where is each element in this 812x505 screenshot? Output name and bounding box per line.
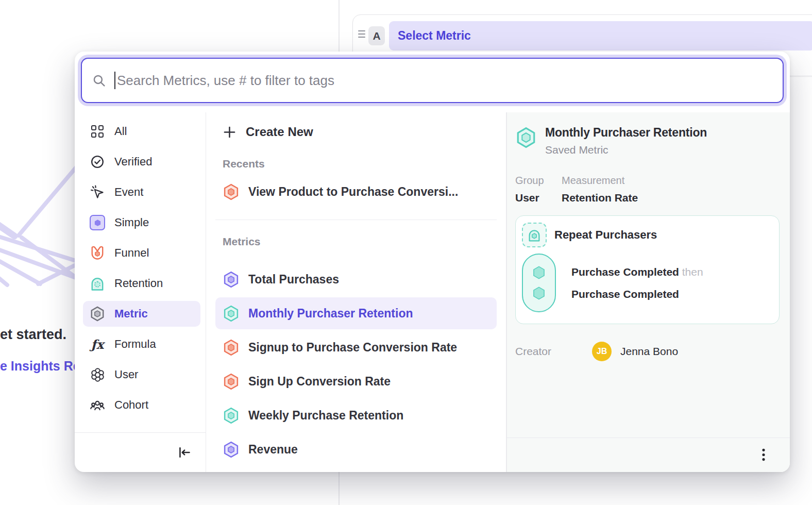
detail-footer (507, 437, 790, 472)
metric-hexagon-icon-purple (223, 441, 240, 458)
sidebar-item-verified[interactable]: Verified (83, 149, 200, 175)
metric-row[interactable]: Signup to Purchase Conversion Rate (215, 331, 497, 363)
metric-label: Signup to Purchase Conversion Rate (248, 341, 457, 355)
recents-section-label: Recents (215, 158, 497, 170)
sidebar-item-user[interactable]: User (83, 362, 200, 388)
retention-dashed-icon (522, 223, 547, 247)
sidebar-item-label: Metric (114, 307, 148, 321)
funnel-icon (89, 245, 106, 261)
sidebar-item-all[interactable]: All (83, 119, 200, 144)
step-connector: then (679, 266, 703, 278)
event-hexagon-icon (532, 286, 546, 300)
recent-item[interactable]: View Product to Purchase Conversi... (215, 177, 497, 206)
create-new-button[interactable]: Create New (215, 122, 497, 142)
verified-badge-icon (89, 154, 106, 170)
grid-icon (89, 123, 106, 140)
sidebar-item-simple[interactable]: Simple (83, 210, 200, 235)
metric-row-selected[interactable]: Monthly Purchaser Retention (215, 297, 497, 329)
sidebar-item-event[interactable]: Event (83, 179, 200, 205)
retention-definition-card: Repeat Purchasers Purchase Completed the (515, 215, 780, 324)
repeat-purchasers-title: Repeat Purchasers (554, 228, 657, 242)
event-sequence-pill (522, 254, 556, 312)
creator-label: Creator (515, 345, 592, 358)
measurement-value: Retention Rate (562, 192, 638, 204)
metric-hexagon-icon-teal-large (515, 127, 537, 148)
metric-detail-panel: Monthly Purchaser Retention Saved Metric… (506, 112, 790, 472)
metric-hexagon-icon (89, 306, 106, 322)
metric-row[interactable]: Total Purchases (215, 263, 497, 295)
sidebar-item-label: All (114, 125, 127, 138)
metric-list-column: Create New Recents View Product to Purch… (206, 112, 506, 472)
metric-hexagon-icon-orange (223, 339, 240, 356)
select-metric-dropdown[interactable]: Select Metric (389, 21, 812, 50)
sidebar-item-retention[interactable]: Retention (83, 271, 200, 296)
creator-avatar: JB (592, 342, 612, 361)
sidebar-item-label: Funnel (114, 246, 149, 260)
metric-label: Revenue (248, 443, 298, 457)
metric-picker-modal: All Verified Event (75, 52, 790, 472)
sidebar-item-metric[interactable]: Metric (83, 301, 200, 327)
text-caret (114, 72, 115, 89)
retention-arch-icon (89, 275, 106, 292)
section-divider (215, 220, 497, 220)
search-bar[interactable] (81, 58, 784, 103)
metrics-section-label: Metrics (215, 235, 497, 248)
sidebar-item-label: Event (114, 186, 143, 199)
group-label: Group (515, 175, 562, 187)
metric-hexagon-icon-orange (223, 183, 240, 200)
search-input[interactable] (117, 73, 772, 89)
metric-label: Monthly Purchaser Retention (248, 307, 413, 321)
kebab-menu-icon[interactable] (757, 447, 770, 463)
metric-hexagon-icon-teal (223, 407, 240, 424)
plus-icon (223, 125, 236, 139)
metric-row[interactable]: Sign Up Conversion Rate (215, 365, 497, 397)
event-cursor-icon (89, 184, 106, 200)
create-new-label: Create New (246, 125, 313, 139)
metric-label: View Product to Purchase Conversi... (248, 185, 458, 199)
user-cluster-icon (89, 366, 106, 383)
type-filter-sidebar: All Verified Event (75, 112, 206, 472)
detail-title: Monthly Purchaser Retention (545, 126, 707, 140)
sidebar-item-funnel[interactable]: Funnel (83, 240, 200, 266)
metric-row[interactable]: Revenue (215, 433, 497, 465)
metric-row[interactable]: Weekly Purchase Retention (215, 399, 497, 431)
cohort-people-icon (89, 397, 106, 413)
metric-label: Sign Up Conversion Rate (248, 375, 391, 389)
metric-label: Total Purchases (248, 273, 339, 287)
creator-name: Jenna Bono (620, 345, 678, 358)
drag-handle-icon[interactable] (358, 30, 365, 38)
group-value: User (515, 192, 562, 204)
sidebar-item-label: Retention (114, 277, 163, 290)
event-hexagon-icon (532, 265, 546, 280)
sidebar-item-formula[interactable]: ƒx Formula (83, 331, 200, 357)
metric-label: Weekly Purchase Retention (248, 409, 403, 423)
series-a-badge: A (368, 26, 385, 45)
step-two-event: Purchase Completed (571, 288, 703, 300)
sidebar-item-label: Cohort (114, 398, 148, 412)
sidebar-item-label: Formula (114, 338, 156, 351)
creator-row: Creator JB Jenna Bono (515, 342, 780, 361)
detail-subtitle: Saved Metric (545, 144, 707, 156)
sidebar-item-label: User (114, 368, 138, 381)
metric-hexagon-icon-teal (223, 305, 240, 322)
step-one-event: Purchase Completed (571, 266, 679, 278)
sidebar-footer (75, 432, 206, 472)
background-partial-heading: et started. (0, 327, 78, 343)
sidebar-item-label: Simple (114, 216, 149, 229)
metric-meta: Group User Measurement Retention Rate (515, 175, 780, 204)
sidebar-item-label: Verified (114, 155, 152, 169)
simple-hexagon-icon (89, 214, 106, 231)
metric-hexagon-icon-orange (223, 373, 240, 390)
sidebar-item-cohort[interactable]: Cohort (83, 392, 200, 418)
metric-hexagon-icon-purple (223, 271, 240, 288)
collapse-left-icon[interactable] (177, 445, 191, 460)
formula-fx-icon: ƒx (89, 336, 106, 352)
background-partial-link[interactable]: e Insights Re (0, 359, 78, 374)
measurement-label: Measurement (562, 175, 638, 187)
search-icon (92, 74, 106, 88)
